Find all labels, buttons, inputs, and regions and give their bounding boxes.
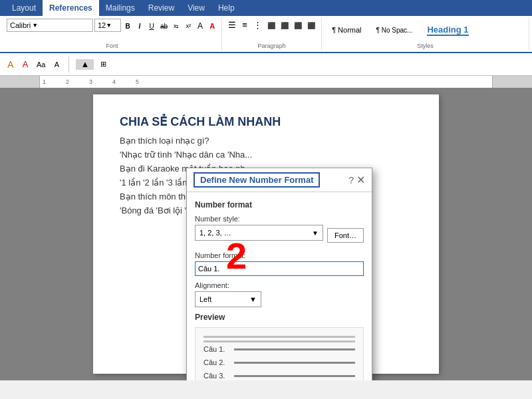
tab-review[interactable]: Review bbox=[142, 0, 181, 16]
doc-title: CHIA SẺ CÁCH LÀM NHANH bbox=[120, 114, 412, 129]
font-size-value: 12 bbox=[98, 21, 106, 29]
preview-bar-1 bbox=[234, 348, 355, 350]
divider1 bbox=[68, 57, 69, 72]
number-style-select[interactable]: 1, 2, 3, … ▼ bbox=[195, 225, 323, 241]
style-normal[interactable]: ¶ Normal bbox=[326, 24, 367, 36]
font-size-dropdown[interactable]: 12 ▼ bbox=[94, 19, 121, 32]
preview-item-3: Câu 3. bbox=[203, 372, 231, 380]
multilevel-list-button[interactable]: ⋮ bbox=[251, 19, 264, 30]
highlight-button[interactable]: A bbox=[207, 21, 217, 31]
font-name-value: Calibri bbox=[10, 21, 31, 29]
alignment-select[interactable]: Left ▼ bbox=[195, 291, 261, 307]
aa-btn[interactable]: Aa bbox=[35, 59, 47, 70]
alignment-value: Left bbox=[200, 295, 211, 303]
color-btn[interactable]: A bbox=[5, 59, 16, 70]
preview-area: Câu 1. Câu 2. Câu 3. bbox=[195, 327, 364, 380]
subscript-button[interactable]: x₂ bbox=[171, 21, 182, 31]
underline-button[interactable]: U bbox=[146, 21, 157, 31]
font-group-label: Font bbox=[106, 41, 118, 49]
dialog-close-area: ? ✕ bbox=[348, 174, 365, 186]
tab-bar: Layout References Mailings Review View H… bbox=[0, 0, 532, 16]
styles-list: ¶ Normal ¶ No Spac... Heading 1 bbox=[326, 19, 525, 41]
font-name-dropdown[interactable]: Calibri ▼ bbox=[7, 19, 93, 32]
dialog-help-icon[interactable]: ? bbox=[348, 175, 354, 186]
paragraph-group-label: Paragraph bbox=[258, 41, 286, 49]
preview-bar-3 bbox=[234, 375, 355, 377]
aa2-btn[interactable]: A bbox=[51, 59, 62, 70]
number-style-row: 1, 2, 3, … ▼ Font… bbox=[195, 225, 364, 246]
ruler-right-margin bbox=[492, 76, 532, 88]
styles-group: ¶ Normal ¶ No Spac... Heading 1 Styles 1 bbox=[322, 17, 529, 51]
number-style-label: Number style: bbox=[195, 215, 364, 223]
text-color-btn[interactable]: A bbox=[20, 59, 31, 70]
alignment-arrow: ▼ bbox=[249, 295, 257, 303]
bold-button[interactable]: B bbox=[122, 21, 133, 31]
justify-button[interactable]: ⬛ bbox=[305, 20, 317, 31]
number-format-input[interactable] bbox=[195, 261, 364, 276]
preview-item-2: Câu 2. bbox=[203, 358, 231, 366]
ruler-mark-4: 4 bbox=[112, 78, 116, 85]
styles-group-label: Styles bbox=[326, 41, 525, 49]
tab-layout[interactable]: Layout bbox=[5, 0, 43, 16]
alignment-label: Alignment: bbox=[195, 281, 364, 289]
preview-item-1: Câu 1. bbox=[203, 345, 231, 353]
font-controls: Calibri ▼ 12 ▼ B I U ab x₂ x² A A bbox=[7, 19, 217, 32]
style-heading1-label: Heading 1 bbox=[427, 25, 468, 36]
dialog-body: Number format Number style: 1, 2, 3, … ▼… bbox=[187, 192, 372, 380]
dialog-titlebar: Define New Number Format ? ✕ bbox=[187, 168, 372, 192]
annotation-2: 2 bbox=[226, 234, 247, 277]
preview-line-1: Câu 1. bbox=[203, 345, 355, 353]
paragraph-group: ☰ ≡ ⋮ ⬛ ⬛ ⬛ ⬛ Paragraph bbox=[222, 17, 322, 51]
style-normal-label: ¶ Normal bbox=[332, 26, 361, 34]
dialog-title: Define New Number Format bbox=[194, 172, 320, 188]
style-no-spacing-label: ¶ No Spac... bbox=[376, 27, 413, 34]
align-left-button[interactable]: ⬛ bbox=[265, 20, 277, 31]
border-btn[interactable]: ⊞ bbox=[98, 59, 108, 70]
style-heading1[interactable]: Heading 1 bbox=[421, 23, 474, 38]
align-right-button[interactable]: ⬛ bbox=[292, 20, 304, 31]
ruler-mark-1: 1 bbox=[43, 78, 46, 85]
preview-filler-top2 bbox=[203, 340, 355, 342]
ruler: 1 2 3 4 5 bbox=[0, 76, 532, 88]
superscript-button[interactable]: x² bbox=[183, 21, 194, 31]
numbered-list-button[interactable]: ≡ bbox=[239, 19, 250, 30]
bullet-list-button[interactable]: ☰ bbox=[226, 19, 238, 30]
doc-line-0: Bạn thích loại nhạc gì? bbox=[120, 136, 412, 146]
preview-section-label: Preview bbox=[195, 313, 364, 322]
list-controls: ☰ ≡ ⋮ ⬛ ⬛ ⬛ ⬛ bbox=[226, 19, 317, 31]
main-ribbon: Calibri ▼ 12 ▼ B I U ab x₂ x² A A Font bbox=[0, 16, 532, 53]
italic-button[interactable]: I bbox=[134, 21, 145, 31]
tab-references[interactable]: References bbox=[43, 0, 99, 16]
second-ribbon-row: A A Aa A ▲ ⊞ bbox=[0, 53, 532, 76]
dialog: Define New Number Format ? ✕ Number form… bbox=[186, 168, 372, 380]
ruler-mark-3: 3 bbox=[89, 78, 92, 85]
ruler-left-margin bbox=[0, 76, 40, 88]
number-format-label: Number format: bbox=[195, 251, 364, 259]
dialog-section-title: Number format bbox=[195, 200, 364, 209]
font-group: Calibri ▼ 12 ▼ B I U ab x₂ x² A A Font bbox=[3, 17, 222, 51]
number-format-row bbox=[195, 261, 364, 276]
dropdown-arrow: ▼ bbox=[312, 229, 319, 237]
format-clear-button[interactable]: A bbox=[195, 21, 205, 31]
dialog-close-button[interactable]: ✕ bbox=[356, 174, 365, 186]
preview-bar-2 bbox=[234, 362, 355, 364]
ruler-mark-5: 5 bbox=[136, 78, 139, 85]
preview-filler-top bbox=[203, 336, 355, 338]
tab-mailings[interactable]: Mailings bbox=[99, 0, 142, 16]
strikethrough-button[interactable]: ab bbox=[158, 21, 170, 31]
shading-btn[interactable]: ▲ bbox=[76, 59, 94, 70]
tab-view[interactable]: View bbox=[181, 0, 211, 16]
align-center-button[interactable]: ⬛ bbox=[279, 20, 291, 31]
preview-line-3: Câu 3. bbox=[203, 372, 355, 380]
ruler-body: 1 2 3 4 5 bbox=[40, 76, 492, 88]
document-area: CHIA SẺ CÁCH LÀM NHANH Bạn thích loại nh… bbox=[0, 88, 532, 380]
style-no-spacing[interactable]: ¶ No Spac... bbox=[370, 25, 419, 36]
ruler-mark-2: 2 bbox=[66, 78, 69, 85]
font-button[interactable]: Font… bbox=[327, 228, 364, 243]
preview-line-2: Câu 2. bbox=[203, 358, 355, 366]
doc-line-1: 'Nhạc trữ tình 'Nhạc dân ca 'Nha... bbox=[120, 150, 412, 160]
tab-help[interactable]: Help bbox=[211, 0, 241, 16]
